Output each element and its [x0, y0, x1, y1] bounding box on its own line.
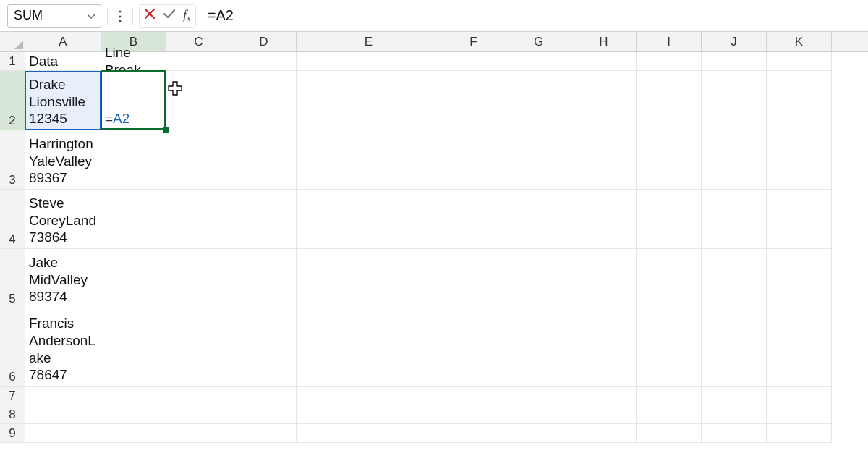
row-header[interactable]: 5	[0, 249, 25, 308]
column-header[interactable]: A	[25, 32, 101, 51]
cell[interactable]: Drake Lionsville 12345	[25, 71, 101, 130]
cell[interactable]	[506, 71, 571, 130]
cell[interactable]	[637, 387, 702, 405]
cell[interactable]	[506, 387, 571, 405]
cell[interactable]	[506, 308, 571, 387]
cell[interactable]	[637, 405, 702, 424]
cell[interactable]	[297, 190, 441, 249]
cell[interactable]	[25, 387, 101, 405]
cell[interactable]	[101, 249, 166, 308]
row-header[interactable]: 8	[0, 405, 25, 424]
cell[interactable]	[231, 308, 297, 387]
cell[interactable]	[441, 71, 506, 130]
more-icon[interactable]: ⋮	[114, 8, 127, 24]
cell[interactable]	[441, 52, 506, 71]
cell[interactable]	[637, 71, 702, 130]
chevron-down-icon[interactable]	[88, 11, 95, 21]
column-header[interactable]: D	[231, 32, 297, 51]
cell[interactable]	[571, 308, 637, 387]
column-header[interactable]: G	[506, 32, 571, 51]
row-header[interactable]: 9	[0, 424, 25, 443]
cell[interactable]	[441, 308, 506, 387]
cell[interactable]	[297, 424, 441, 443]
cell[interactable]	[441, 130, 506, 190]
cell[interactable]	[297, 387, 441, 405]
cell[interactable]	[767, 387, 832, 405]
cell[interactable]	[441, 405, 506, 424]
cell[interactable]	[571, 405, 637, 424]
column-header[interactable]: E	[297, 32, 441, 51]
column-header[interactable]: J	[702, 32, 767, 51]
cell[interactable]	[571, 387, 637, 405]
row-header[interactable]: 3	[0, 130, 25, 190]
cell[interactable]	[297, 71, 441, 130]
cell[interactable]	[702, 249, 767, 308]
cell[interactable]	[702, 405, 767, 424]
cell[interactable]: Francis AndersonL ake 78647	[25, 308, 101, 387]
cell[interactable]	[637, 52, 702, 71]
cell[interactable]	[767, 190, 832, 249]
cell[interactable]	[441, 190, 506, 249]
cell[interactable]	[101, 130, 166, 190]
cell[interactable]	[767, 71, 832, 130]
cell[interactable]	[571, 52, 637, 71]
cell[interactable]	[231, 405, 297, 424]
cell[interactable]	[637, 308, 702, 387]
cell[interactable]	[637, 424, 702, 443]
cell[interactable]	[101, 308, 166, 387]
cell[interactable]	[506, 190, 571, 249]
cell[interactable]	[506, 130, 571, 190]
column-header[interactable]: C	[166, 32, 231, 51]
fx-icon[interactable]: fx	[183, 8, 191, 23]
cell[interactable]	[101, 190, 166, 249]
formula-input[interactable]: =A2	[200, 4, 861, 28]
cell[interactable]	[571, 190, 637, 249]
cell[interactable]	[297, 52, 441, 71]
cell[interactable]	[101, 387, 166, 405]
cell[interactable]	[231, 71, 297, 130]
cell[interactable]	[297, 130, 441, 190]
cell[interactable]: =A2	[101, 71, 166, 130]
cell[interactable]	[767, 405, 832, 424]
cell[interactable]	[571, 71, 637, 130]
cancel-icon[interactable]	[144, 8, 156, 23]
cell[interactable]	[297, 405, 441, 424]
row-header[interactable]: 7	[0, 387, 25, 405]
cell[interactable]: Steve CoreyLand 73864	[25, 190, 101, 249]
cell[interactable]	[702, 424, 767, 443]
cell[interactable]	[297, 249, 441, 308]
cell[interactable]	[637, 249, 702, 308]
column-header[interactable]: H	[571, 32, 637, 51]
cell[interactable]: Harrington YaleValley 89367	[25, 130, 101, 190]
cell[interactable]: Data	[25, 52, 101, 71]
cell[interactable]	[231, 52, 297, 71]
cell[interactable]	[637, 130, 702, 190]
cell[interactable]	[231, 249, 297, 308]
cell[interactable]	[441, 249, 506, 308]
column-header[interactable]: K	[767, 32, 832, 51]
cell[interactable]	[166, 71, 231, 130]
cell[interactable]	[231, 190, 297, 249]
cell[interactable]	[702, 387, 767, 405]
cell[interactable]	[767, 424, 832, 443]
cell[interactable]	[441, 387, 506, 405]
cell[interactable]	[166, 308, 231, 387]
cell[interactable]	[25, 405, 101, 424]
cell[interactable]	[767, 249, 832, 308]
cell[interactable]	[506, 52, 571, 71]
cell[interactable]	[506, 249, 571, 308]
cell[interactable]	[101, 405, 166, 424]
cell[interactable]	[506, 405, 571, 424]
cell[interactable]	[297, 308, 441, 387]
cell[interactable]	[166, 249, 231, 308]
cell[interactable]	[166, 405, 231, 424]
cell[interactable]	[767, 130, 832, 190]
cell[interactable]	[571, 249, 637, 308]
cell[interactable]	[166, 52, 231, 71]
row-header[interactable]: 4	[0, 190, 25, 249]
cell[interactable]	[506, 424, 571, 443]
name-box[interactable]: SUM	[7, 4, 101, 28]
cell[interactable]	[441, 424, 506, 443]
cell[interactable]: Jake MidValley 89374	[25, 249, 101, 308]
cell[interactable]	[231, 387, 297, 405]
